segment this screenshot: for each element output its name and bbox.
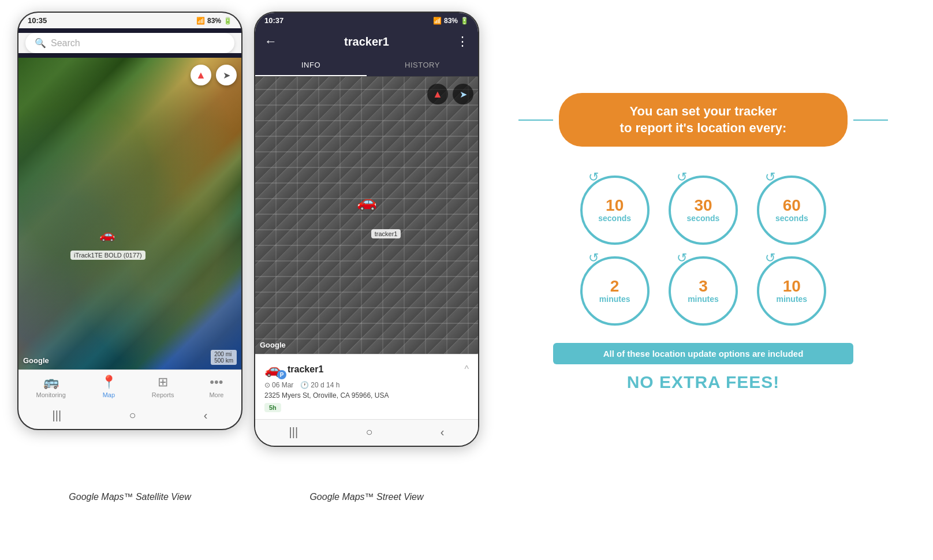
- interval-3min: 3 minutes: [669, 256, 738, 326]
- tracker-icon-wrapper: 🚗 P: [264, 361, 282, 378]
- monitoring-icon: 🚌: [43, 375, 59, 390]
- map2-navigate-icon: ➤: [460, 89, 467, 100]
- nav-monitoring[interactable]: 🚌 Monitoring: [36, 375, 66, 398]
- map2-navigate-button[interactable]: ➤: [453, 84, 473, 104]
- search-icon: 🔍: [35, 38, 46, 48]
- meta-duration: 🕐 20 d 14 h: [300, 381, 339, 389]
- interval-60sec-number: 60: [783, 197, 801, 214]
- phone2-android-back-btn[interactable]: ‹: [441, 425, 445, 439]
- back-button[interactable]: ←: [264, 34, 277, 49]
- clock-icon: 🕐: [300, 381, 309, 389]
- android-nav-bar: ||| ○ ‹: [18, 403, 241, 429]
- android-home-btn[interactable]: ○: [129, 409, 136, 422]
- no-fees-banner: All of these location update options are…: [553, 343, 853, 364]
- tracker-pin: 🚗: [99, 227, 115, 242]
- tracker-card-title: You can set your tracker to report it's …: [559, 93, 848, 147]
- interval-10min-number: 10: [783, 278, 801, 294]
- interval-30sec-unit: seconds: [687, 214, 720, 223]
- tracker-info-panel: You can set your tracker to report it's …: [491, 12, 916, 473]
- phone1-status-bar: 10:35 📶 83% 🔋: [18, 13, 241, 28]
- phone2-android-home-btn[interactable]: ○: [365, 425, 372, 439]
- title-line1: You can set your tracker: [573, 103, 834, 120]
- navigate-icon: ➤: [223, 70, 230, 81]
- interval-30sec: 30 seconds: [669, 176, 738, 245]
- tab-history[interactable]: HISTORY: [367, 55, 478, 76]
- nav-reports-label: Reports: [152, 391, 174, 398]
- info-address: 2325 Myers St, Oroville, CA 95966, USA: [264, 391, 469, 400]
- phone1-mockup: 10:35 📶 83% 🔋 🔍 Search ▲ ➤ 🚗: [17, 12, 242, 430]
- map2-compass-button[interactable]: ▲: [427, 84, 448, 104]
- tracker2-label: tracker1: [371, 229, 401, 238]
- phone1-signal-icon: 📶: [196, 17, 205, 25]
- tracker2-pin: 🚗: [357, 192, 377, 211]
- tracker-title: tracker1: [344, 35, 389, 48]
- phone2-signal-icon: 📶: [433, 17, 442, 25]
- nav-more[interactable]: ••• More: [209, 375, 223, 398]
- google-label: Google: [23, 356, 49, 365]
- phone2-android-bar: ||| ○ ‹: [255, 419, 478, 446]
- reports-icon: ⊞: [158, 375, 168, 390]
- nav-reports[interactable]: ⊞ Reports: [152, 375, 174, 398]
- phone2-mockup: 10:37 📶 83% 🔋 ← tracker1 ⋮ INFO HISTORY …: [254, 12, 479, 447]
- phone1-time: 10:35: [28, 16, 47, 25]
- caption-phone2: Google Maps™ Street View: [254, 492, 479, 502]
- map-icon: 📍: [101, 375, 117, 390]
- nav-monitoring-label: Monitoring: [36, 391, 66, 398]
- no-extra-fees-label: NO EXTRA FEES!: [553, 372, 853, 392]
- search-bar[interactable]: 🔍 Search: [25, 33, 234, 53]
- menu-button[interactable]: ⋮: [456, 34, 469, 49]
- caption-phone1: Google Maps™ Satellite View: [17, 492, 242, 502]
- android-back-btn[interactable]: ‹: [204, 409, 208, 422]
- phone2-android-menu-btn[interactable]: |||: [289, 425, 298, 439]
- info-panel: 🚗 P tracker1 ^ ⊙ 06 Mar 🕐 20 d 14 h 2325…: [255, 354, 478, 419]
- interval-3min-unit: minutes: [688, 294, 719, 304]
- calendar-icon: ⊙: [264, 381, 270, 389]
- tab-info[interactable]: INFO: [255, 55, 367, 76]
- parking-badge: P: [277, 370, 286, 379]
- phone2-battery-icon: 🔋: [460, 17, 469, 25]
- search-input-label[interactable]: Search: [51, 38, 80, 48]
- nav-map[interactable]: 📍 Map: [101, 375, 117, 398]
- map-scale: 200 mi500 km: [211, 350, 237, 365]
- more-icon: •••: [210, 375, 223, 390]
- compass-icon: ▲: [196, 69, 206, 81]
- phone1-battery: 83%: [207, 17, 221, 25]
- interval-10min: 10 minutes: [757, 256, 826, 326]
- tracker-info-name: tracker1: [288, 364, 323, 375]
- phone2-time: 10:37: [264, 16, 283, 25]
- nav-more-label: More: [209, 391, 223, 398]
- interval-2min-number: 2: [610, 278, 619, 294]
- interval-60sec-unit: seconds: [775, 214, 808, 223]
- interval-60sec: 60 seconds: [757, 176, 826, 245]
- interval-3min-number: 3: [699, 278, 708, 294]
- navigate-button[interactable]: ➤: [216, 65, 237, 85]
- phone2-header: ← tracker1 ⋮: [255, 28, 478, 55]
- title-line2: to report it's location every:: [573, 120, 834, 137]
- phone1-battery-icon: 🔋: [223, 17, 232, 25]
- tracker-card: You can set your tracker to report it's …: [553, 93, 853, 392]
- info-meta: ⊙ 06 Mar 🕐 20 d 14 h: [264, 381, 469, 389]
- interval-2min-unit: minutes: [599, 294, 630, 304]
- phone2-battery: 83%: [444, 17, 458, 25]
- phone2-status-bar: 10:37 📶 83% 🔋: [255, 13, 478, 28]
- interval-10min-unit: minutes: [776, 294, 807, 304]
- nav-bar: 🚌 Monitoring 📍 Map ⊞ Reports ••• More: [18, 369, 241, 403]
- satellite-map[interactable]: ▲ ➤ 🚗 iTrack1TE BOLD (0177) Google 200 m…: [18, 58, 241, 369]
- compass-button[interactable]: ▲: [191, 65, 211, 85]
- nav-map-label: Map: [103, 391, 115, 398]
- parking-lot-overlay: [255, 77, 478, 354]
- interval-10sec: 10 seconds: [580, 176, 650, 245]
- google2-label: Google: [260, 341, 286, 349]
- tracker-label: iTrack1TE BOLD (0177): [70, 251, 145, 260]
- interval-10sec-unit: seconds: [598, 214, 631, 223]
- interval-2min: 2 minutes: [580, 256, 650, 326]
- info-tag: 5h: [264, 403, 281, 412]
- tracker-map[interactable]: ▲ ➤ 🚗 tracker1 Google: [255, 77, 478, 354]
- android-menu-btn[interactable]: |||: [53, 409, 62, 422]
- interval-30sec-number: 30: [694, 197, 712, 214]
- intervals-grid: 10 seconds 30 seconds 60 seconds 2 minut…: [579, 176, 827, 326]
- interval-10sec-number: 10: [606, 197, 624, 214]
- meta-date: ⊙ 06 Mar: [264, 381, 293, 389]
- phone2-tabs: INFO HISTORY: [255, 55, 478, 77]
- map-overlay: [18, 58, 241, 369]
